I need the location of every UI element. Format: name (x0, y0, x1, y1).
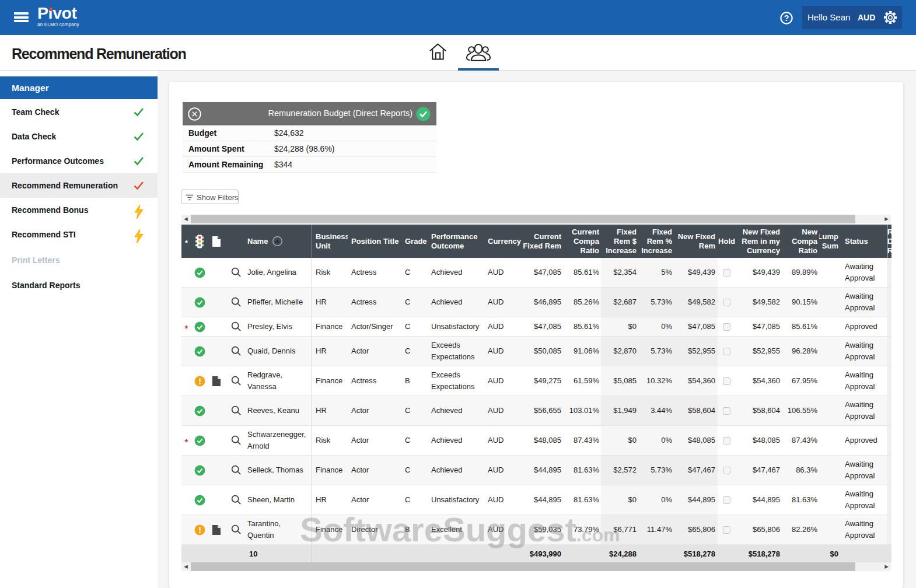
svg-text:?: ? (784, 13, 789, 23)
